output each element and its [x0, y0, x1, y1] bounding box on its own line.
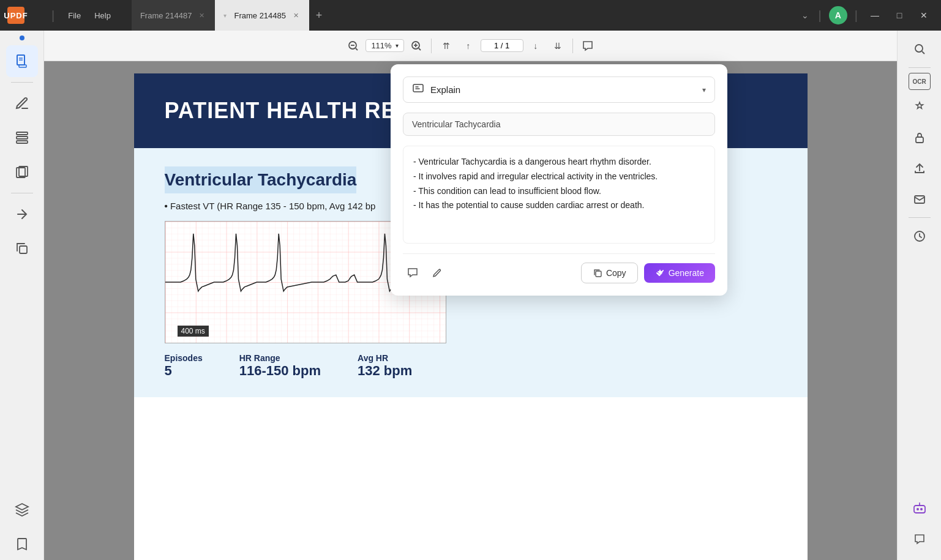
- stat-episodes: Episodes 5: [165, 353, 203, 379]
- sidebar-item-extract[interactable]: [6, 198, 38, 230]
- titlebar-divider-3: |: [855, 9, 858, 23]
- tab-close-1[interactable]: ✕: [197, 10, 206, 20]
- tab-close-2[interactable]: ✕: [291, 10, 301, 20]
- tab-dropdown-icon: ▾: [223, 12, 227, 19]
- maximize-icon: □: [897, 10, 902, 20]
- menu-file[interactable]: File: [62, 9, 87, 23]
- ai-result-box: - Ventricular Tachycardia is a dangerous…: [403, 146, 715, 244]
- tab-frame-214487[interactable]: Frame 214487 ✕: [132, 0, 216, 31]
- ecg-label: 400 ms: [178, 326, 209, 337]
- right-history-button[interactable]: [906, 223, 933, 250]
- ai-mode-select[interactable]: Explain ▾: [403, 77, 715, 103]
- annotate-icon: [15, 96, 29, 111]
- stat-avg-hr: Avg HR 132 bpm: [358, 353, 412, 379]
- svg-rect-21: [916, 137, 923, 143]
- sidebar-item-annotate[interactable]: [6, 88, 38, 119]
- stat-hr-range-label: HR Range: [239, 353, 321, 363]
- titlebar: UPDF | File Help Frame 214487 ✕ ▾ Frame …: [0, 0, 941, 31]
- copy-icon: [593, 268, 602, 278]
- right-mail-button[interactable]: [906, 185, 933, 212]
- right-search-button[interactable]: [906, 35, 933, 62]
- zoom-value: 111%: [371, 41, 391, 50]
- toolbar-sep-1: [431, 39, 432, 53]
- page-input[interactable]: 1 / 1: [481, 39, 523, 52]
- ai-result-text: - Ventricular Tachycardia is a dangerous…: [413, 157, 658, 210]
- ai-edit-icon[interactable]: [427, 263, 447, 283]
- ai-input-text: Ventricular Tachycardia: [412, 119, 500, 129]
- svg-rect-6: [17, 141, 28, 143]
- sidebar-item-copy2[interactable]: [6, 233, 38, 264]
- add-tab-button[interactable]: +: [309, 6, 329, 25]
- zoom-out-button[interactable]: [343, 36, 363, 56]
- svg-point-19: [915, 45, 923, 52]
- comment-button[interactable]: [578, 36, 598, 56]
- right-share-button[interactable]: [906, 155, 933, 182]
- svg-point-25: [917, 508, 919, 510]
- extract-icon: [15, 207, 29, 222]
- svg-point-26: [920, 508, 923, 510]
- ai-chat-icon[interactable]: [403, 263, 422, 283]
- main-area: 111% ▾ ⇈ ↑ 1 / 1 ↓ ⇊ PATIENT HEALTH RECO…: [0, 31, 941, 560]
- zoom-in-button[interactable]: [407, 36, 426, 56]
- close-button[interactable]: ✕: [914, 6, 934, 25]
- ai-input-box[interactable]: Ventricular Tachycardia: [403, 113, 715, 136]
- tabs-overflow-button[interactable]: ⌄: [799, 8, 811, 23]
- titlebar-divider-2: |: [819, 9, 822, 23]
- right-lock-button[interactable]: [906, 124, 933, 151]
- svg-rect-1: [19, 65, 26, 67]
- stat-episodes-value: 5: [165, 363, 203, 379]
- avatar[interactable]: A: [829, 6, 847, 24]
- right-ai-button[interactable]: [906, 94, 933, 121]
- toolbar-sep-2: [572, 39, 573, 53]
- svg-rect-5: [17, 136, 28, 139]
- tab-label: Frame 214485: [234, 11, 286, 20]
- page-last-button[interactable]: ⇊: [548, 36, 568, 56]
- stats-row: Episodes 5 HR Range 116-150 bpm Avg HR 1…: [165, 353, 777, 379]
- ai-panel: Explain ▾ Ventricular Tachycardia - Vent…: [391, 64, 727, 296]
- right-aibot-button[interactable]: [906, 495, 933, 522]
- zoom-level-display[interactable]: 111% ▾: [366, 39, 403, 52]
- ai-panel-footer: Copy Generate: [403, 253, 715, 283]
- svg-rect-28: [413, 84, 423, 92]
- zoom-dropdown-icon: ▾: [396, 42, 399, 49]
- edit-icon: [15, 130, 29, 145]
- copy-icon: [15, 241, 29, 256]
- sidebar-item-pages[interactable]: [6, 156, 38, 188]
- right-ocr-button[interactable]: OCR: [909, 73, 931, 90]
- titlebar-actions: ⌄ | A | — □ ✕: [799, 6, 934, 25]
- generate-icon: [655, 268, 665, 278]
- right-sidebar: OCR: [897, 31, 941, 560]
- right-sep-2: [909, 217, 931, 218]
- generate-label: Generate: [669, 268, 704, 278]
- sidebar-item-bookmark[interactable]: [6, 528, 38, 560]
- copy-button[interactable]: Copy: [581, 263, 638, 283]
- ai-mode-chevron-icon: ▾: [702, 86, 706, 94]
- sidebar-item-edit[interactable]: [6, 122, 38, 154]
- sidebar-item-read[interactable]: [6, 45, 38, 77]
- ai-mode-label: Explain: [430, 84, 460, 95]
- svg-line-20: [922, 51, 924, 54]
- minimize-button[interactable]: —: [865, 6, 885, 25]
- tab-frame-214485[interactable]: ▾ Frame 214485 ✕: [215, 0, 309, 31]
- maximize-button[interactable]: □: [890, 6, 909, 25]
- titlebar-menu: File Help: [62, 9, 117, 23]
- menu-help[interactable]: Help: [88, 9, 117, 23]
- page-prev-button[interactable]: ↑: [459, 36, 478, 56]
- layers-icon: [15, 502, 29, 517]
- page-first-button[interactable]: ⇈: [437, 36, 456, 56]
- avatar-letter: A: [835, 10, 841, 20]
- sidebar-item-layers[interactable]: [6, 494, 38, 526]
- section-title: Ventricular Tachycardia: [165, 166, 357, 193]
- page-next-button[interactable]: ↓: [526, 36, 545, 56]
- generate-button[interactable]: Generate: [644, 263, 715, 283]
- svg-line-16: [419, 48, 421, 50]
- stat-hr-range-value: 116-150 bpm: [239, 363, 321, 379]
- svg-rect-9: [20, 246, 27, 253]
- copy-label: Copy: [606, 268, 626, 278]
- close-icon: ✕: [920, 10, 928, 20]
- app-logo-icon: UPDF: [7, 7, 24, 24]
- svg-rect-29: [596, 271, 601, 277]
- tabs-area: Frame 214487 ✕ ▾ Frame 214485 ✕ +: [132, 0, 794, 31]
- right-chat-button[interactable]: [906, 526, 933, 553]
- stat-episodes-label: Episodes: [165, 353, 203, 363]
